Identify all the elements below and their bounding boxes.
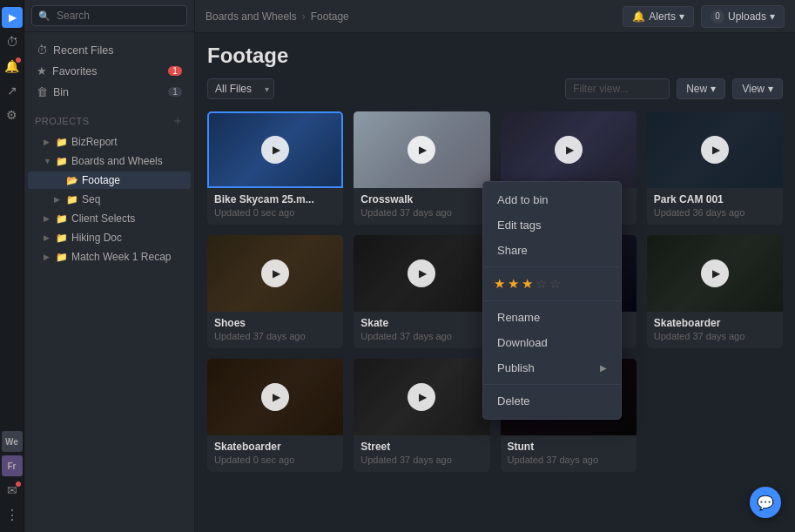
thumbnail-7: ▶ bbox=[647, 235, 783, 312]
star-1[interactable]: ★ bbox=[494, 276, 505, 292]
play-icon-0[interactable]: ▶ bbox=[261, 136, 289, 164]
star-4[interactable]: ☆ bbox=[536, 276, 547, 292]
sidebar-nav-section: ⏱ Recent Files ★ Favorites 1 🗑 Bin 1 bbox=[24, 32, 194, 106]
sidebar-item-boards-and-wheels[interactable]: ▼ 📁 Boards and Wheels bbox=[28, 152, 191, 170]
play-overlay-9: ▶ bbox=[354, 359, 489, 435]
grid-subtitle-10: Updated 37 days ago bbox=[508, 455, 630, 465]
play-icon-7[interactable]: ▶ bbox=[701, 259, 729, 287]
chevron-right-icon: ▶ bbox=[54, 195, 63, 204]
ctx-edit-tags[interactable]: Edit tags bbox=[483, 212, 621, 238]
ctx-download[interactable]: Download bbox=[483, 330, 621, 355]
ctx-divider-2 bbox=[483, 300, 621, 301]
play-icon-5[interactable]: ▶ bbox=[408, 259, 435, 287]
settings-icon[interactable]: ⚙ bbox=[2, 104, 23, 125]
new-button[interactable]: New ▾ bbox=[677, 78, 725, 99]
sidebar-item-label: Favorites bbox=[52, 65, 97, 77]
filter-bar: All Files New ▾ View ▾ bbox=[207, 78, 783, 99]
chevron-down-icon: ▾ bbox=[770, 10, 775, 23]
filter-input[interactable] bbox=[565, 78, 670, 99]
sidebar-item-bizreport[interactable]: ▶ 📁 BizReport bbox=[28, 133, 191, 151]
chevron-down-icon: ▾ bbox=[711, 83, 716, 95]
sidebar-item-match-week[interactable]: ▶ 📁 Match Week 1 Recap bbox=[28, 248, 191, 266]
filter-select-wrap: All Files bbox=[207, 78, 274, 99]
play-icon-8[interactable]: ▶ bbox=[261, 383, 289, 411]
share-icon[interactable]: ↗ bbox=[2, 80, 23, 101]
folder-icon: 📁 bbox=[56, 213, 68, 225]
chat-icon: 💬 bbox=[757, 495, 774, 511]
topbar-right: 🔔 Alerts ▾ 0 Uploads ▾ bbox=[623, 5, 785, 28]
grid-item-7[interactable]: ▶ Skateboarder Updated 37 days ago bbox=[647, 235, 783, 348]
clock-icon[interactable]: ⏱ bbox=[2, 31, 23, 52]
chat-button[interactable]: 💬 bbox=[750, 487, 781, 518]
icon-bar: ▶ ⏱ 🔔 ↗ ⚙ We Fr ✉ ⋮ bbox=[0, 0, 24, 532]
add-project-icon[interactable]: ＋ bbox=[172, 113, 185, 129]
grid-item-0[interactable]: ▶ Bike Skycam 25.m... Updated 0 sec ago bbox=[207, 111, 343, 225]
sidebar-item-seq[interactable]: ▶ 📁 Seq bbox=[28, 191, 191, 208]
sidebar: 🔍 ⏱ Recent Files ★ Favorites 1 🗑 Bin 1 P… bbox=[24, 0, 195, 532]
sidebar-item-label: Bin bbox=[53, 86, 69, 98]
ctx-rename[interactable]: Rename bbox=[483, 305, 621, 330]
grid-item-1[interactable]: ▶ Crosswalk Updated 37 days ago bbox=[354, 111, 489, 225]
grid-subtitle-3: Updated 36 days ago bbox=[654, 207, 776, 218]
star-3[interactable]: ★ bbox=[522, 276, 533, 292]
sidebar-item-favorites[interactable]: ★ Favorites 1 bbox=[28, 61, 191, 81]
grid-info-5: Skate Updated 37 days ago bbox=[354, 312, 489, 348]
breadcrumb-boards[interactable]: Boards and Wheels bbox=[205, 10, 297, 23]
fr-app-icon[interactable]: Fr bbox=[2, 455, 23, 476]
sidebar-item-label: Recent Files bbox=[53, 44, 113, 57]
grid-info-4: Shoes Updated 37 days ago bbox=[207, 312, 343, 348]
topbar: Boards and Wheels › Footage 🔔 Alerts ▾ 0… bbox=[195, 0, 795, 33]
chevron-down-icon: ▾ bbox=[679, 10, 684, 23]
play-overlay-7: ▶ bbox=[647, 235, 783, 312]
ctx-share[interactable]: Share bbox=[483, 238, 621, 263]
sidebar-item-client-selects[interactable]: ▶ 📁 Client Selects bbox=[28, 210, 191, 227]
grid-title-8: Skateboarder bbox=[214, 441, 336, 453]
sidebar-item-recent-files[interactable]: ⏱ Recent Files bbox=[28, 40, 191, 60]
ctx-publish[interactable]: Publish ▶ bbox=[483, 355, 621, 380]
ctx-delete[interactable]: Delete bbox=[483, 388, 621, 414]
grid-item-3[interactable]: ▶ Park CAM 001 Updated 36 days ago bbox=[647, 111, 783, 225]
play-icon-9[interactable]: ▶ bbox=[408, 383, 435, 411]
folder-open-icon: 📂 bbox=[66, 175, 78, 186]
thumbnail-0: ▶ bbox=[207, 111, 343, 188]
chevron-right-icon: ▶ bbox=[44, 138, 52, 146]
thumbnail-5: ▶ bbox=[354, 235, 489, 312]
star-2[interactable]: ★ bbox=[508, 276, 519, 292]
play-icon-3[interactable]: ▶ bbox=[701, 136, 729, 164]
uploads-button[interactable]: 0 Uploads ▾ bbox=[701, 5, 785, 28]
we-app-icon[interactable]: We bbox=[2, 431, 23, 452]
context-menu: Add to bin Edit tags Share ★ ★ ★ ☆ ☆ Ren… bbox=[482, 181, 622, 420]
breadcrumb-footage[interactable]: Footage bbox=[311, 10, 349, 23]
grid-item-5[interactable]: ▶ Skate Updated 37 days ago bbox=[354, 235, 489, 348]
grid-item-9[interactable]: ▶ Street Updated 37 days ago bbox=[354, 359, 489, 472]
play-icon-2[interactable]: ▶ bbox=[555, 136, 583, 164]
grid-item-8[interactable]: ▶ Skateboarder Updated 0 sec ago bbox=[207, 359, 343, 472]
grid-title-10: Stunt bbox=[508, 441, 630, 453]
play-icon-4[interactable]: ▶ bbox=[261, 259, 289, 287]
ctx-divider-1 bbox=[483, 266, 621, 267]
ctx-add-to-bin[interactable]: Add to bin bbox=[483, 187, 621, 212]
sidebar-item-bin[interactable]: 🗑 Bin 1 bbox=[28, 82, 191, 102]
favorites-badge: 1 bbox=[168, 66, 182, 76]
grid-item-4[interactable]: ▶ Shoes Updated 37 days ago bbox=[207, 235, 343, 348]
search-input[interactable] bbox=[31, 5, 187, 26]
sidebar-item-footage[interactable]: 📂 Footage bbox=[28, 172, 191, 189]
more-icon[interactable]: ⋮ bbox=[2, 504, 23, 525]
grid-title-9: Street bbox=[360, 441, 482, 453]
play-overlay-5: ▶ bbox=[354, 235, 489, 312]
brand-icon[interactable]: ▶ bbox=[2, 7, 23, 28]
play-icon-1[interactable]: ▶ bbox=[408, 136, 435, 164]
filter-select[interactable]: All Files bbox=[207, 78, 274, 99]
ctx-divider-3 bbox=[483, 384, 621, 385]
content-area: Footage All Files New ▾ View ▾ bbox=[195, 33, 795, 532]
projects-section-title: Projects ＋ bbox=[24, 106, 194, 132]
view-button[interactable]: View ▾ bbox=[732, 78, 783, 99]
grid-info-7: Skateboarder Updated 37 days ago bbox=[647, 312, 783, 348]
email-icon[interactable]: ✉ bbox=[2, 480, 23, 501]
bin-badge: 1 bbox=[168, 87, 182, 97]
alerts-button[interactable]: 🔔 Alerts ▾ bbox=[623, 6, 694, 27]
sidebar-item-hiking-doc[interactable]: ▶ 📁 Hiking Doc bbox=[28, 229, 191, 246]
folder-icon: 📁 bbox=[56, 252, 68, 263]
star-5[interactable]: ☆ bbox=[549, 276, 561, 292]
bell-icon[interactable]: 🔔 bbox=[2, 56, 23, 77]
